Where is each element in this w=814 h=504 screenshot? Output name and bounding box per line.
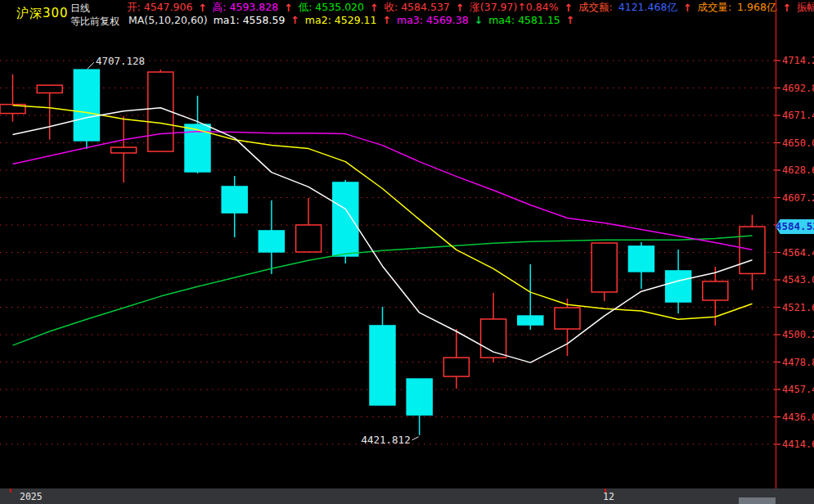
annotation-connector xyxy=(88,62,94,69)
time-axis-bar[interactable]: 2025 12 xyxy=(0,488,814,504)
candle-body xyxy=(628,246,654,272)
month-label: 12 xyxy=(603,491,614,502)
candle-body xyxy=(333,182,358,256)
y-axis-label: 4671.46 xyxy=(782,110,814,121)
scrollbar-thumb[interactable] xyxy=(739,497,776,504)
candle-body xyxy=(518,316,543,325)
y-axis-label: 4414.67 xyxy=(782,439,814,450)
y-axis-label: 4521.67 xyxy=(782,302,814,313)
y-axis-label: 4628.66 xyxy=(782,164,814,176)
candle-body xyxy=(740,227,765,273)
stock-chart-app: 沪深300 日线 等比前复权 开: 4547.906↑高: 4593.828↑低… xyxy=(0,0,814,504)
y-axis-label: 4714.26 xyxy=(782,55,814,66)
candle-body xyxy=(111,147,137,153)
candle-body xyxy=(370,326,395,405)
y-axis-label: 4478.87 xyxy=(782,357,814,368)
candle-body xyxy=(259,231,284,252)
candle-body xyxy=(591,243,617,292)
annotation-connector xyxy=(412,437,419,440)
candle-body xyxy=(407,379,432,415)
year-label: 2025 xyxy=(20,491,43,502)
candle-body xyxy=(443,358,469,376)
year-tick xyxy=(10,488,11,493)
candle-body xyxy=(74,70,99,141)
current-price-tag: 4584.537 xyxy=(776,219,814,234)
y-axis-label: 4607.26 xyxy=(782,192,814,204)
candle-body xyxy=(222,187,247,213)
candle-body xyxy=(666,271,691,302)
candle-body xyxy=(555,308,580,329)
y-axis-label: 4500.27 xyxy=(782,329,814,340)
low-price-annotation: 4421.812 xyxy=(361,434,410,446)
y-axis-label: 4564.47 xyxy=(782,247,814,259)
candle-body xyxy=(296,225,322,252)
y-axis-label: 4543.07 xyxy=(782,274,814,286)
candle-body xyxy=(703,281,728,300)
y-axis-label: 4650.06 xyxy=(782,137,814,149)
y-axis-label: 4692.86 xyxy=(782,83,814,94)
candlestick-chart[interactable]: 4714.264692.864671.464650.064628.664607.… xyxy=(0,0,814,488)
high-price-annotation: 4707.128 xyxy=(96,55,145,67)
y-axis-label: 4457.47 xyxy=(782,384,814,395)
candle-body xyxy=(37,85,62,92)
y-axis-label: 4436.07 xyxy=(782,412,814,423)
